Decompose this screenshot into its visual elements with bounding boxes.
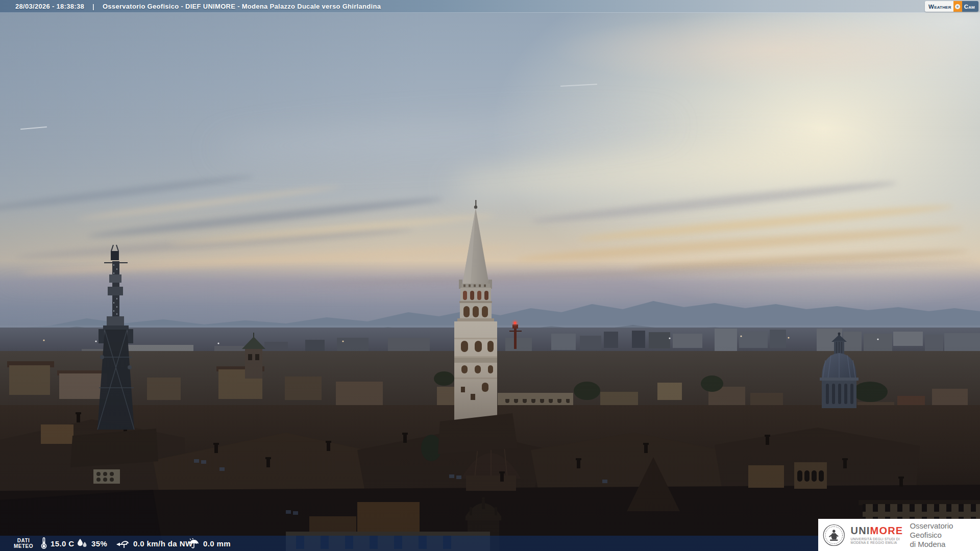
unimore-subtitle-line2: MODENA E REGGIO EMILIA (851, 541, 903, 545)
camera-title: Osservatorio Geofisico - DIEF UNIMORE - … (103, 3, 381, 10)
wind-group: 0.0 km/h da NW (115, 536, 192, 551)
unimore-seal-icon (823, 523, 845, 547)
wind-value: 0.0 km/h da NW (133, 539, 192, 548)
unimore-more-text: MORE (870, 525, 903, 536)
temperature-value: 15.0 C (51, 539, 75, 548)
wind-vane-icon (115, 538, 130, 549)
top-status-bar: 28/03/2026 - 18:38:38 | Osservatorio Geo… (0, 0, 980, 13)
camera-lens-icon (953, 1, 962, 12)
meteo-label-line2: METEO (11, 543, 36, 549)
weathercam-cam-label: Cam (962, 1, 978, 12)
ghirlandina-tower (454, 200, 497, 427)
meteo-label-line1: DATI (11, 538, 36, 543)
datetime-text: 28/03/2026 - 18:38:38 (15, 3, 84, 10)
observatory-name: Osservatorio Geofisico di Modena (910, 521, 980, 549)
weathercam-weather-label: Weather (925, 1, 953, 12)
unimore-subtitle-line1: UNIVERSITÀ DEGLI STUDI DI (851, 537, 903, 541)
city-scene (0, 0, 980, 551)
humidity-value: 35% (91, 539, 107, 548)
observatory-line1: Osservatorio Geofisico (910, 521, 980, 540)
humidity-group: 35% (77, 536, 107, 551)
rain-value: 0.0 mm (203, 539, 231, 548)
umbrella-rain-icon (188, 538, 200, 549)
humidity-drops-icon (77, 538, 88, 549)
antenna-tower (97, 245, 134, 430)
observatory-line2: di Modena (910, 540, 980, 549)
temperature-group: 15.0 C (41, 536, 75, 551)
rain-group: 0.0 mm (188, 536, 231, 551)
unimore-wordmark: UNIMORE UNIVERSITÀ DEGLI STUDI DI MODENA… (851, 525, 903, 545)
webcam-view: 28/03/2026 - 18:38:38 | Osservatorio Geo… (0, 0, 980, 551)
separator: | (92, 3, 94, 10)
weathercam-logo[interactable]: Weather Cam (925, 1, 978, 12)
thermometer-icon (41, 537, 47, 549)
meteo-label: DATI METEO (11, 538, 36, 549)
unimore-uni-text: UNI (851, 525, 870, 536)
unimore-badge[interactable]: UNIMORE UNIVERSITÀ DEGLI STUDI DI MODENA… (818, 519, 980, 551)
